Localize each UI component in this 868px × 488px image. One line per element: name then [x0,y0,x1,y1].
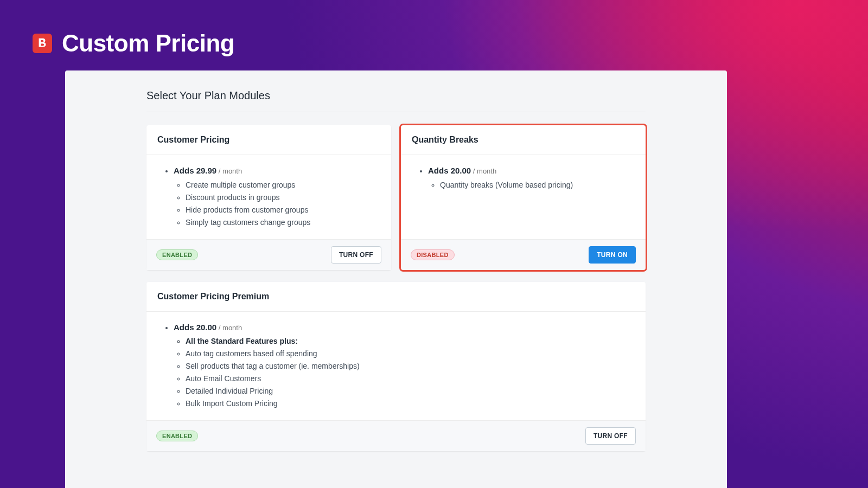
feature-item: Discount products in groups [186,192,379,203]
page-title: Custom Pricing [62,30,234,57]
feature-heading: All the Standard Features plus: [186,336,634,347]
feature-item: Hide products from customer groups [186,204,379,216]
card-title: Customer Pricing [146,125,391,155]
turn-on-button[interactable]: TURN ON [589,246,636,264]
card-title: Customer Pricing Premium [146,282,646,312]
feature-item: Auto tag customers based off spending [186,348,634,359]
turn-off-button[interactable]: TURN OFF [331,246,381,264]
turn-off-button[interactable]: TURN OFF [585,427,636,445]
module-card-customer-pricing: Customer Pricing Adds 29.99 / month Crea… [146,125,391,270]
price-line: Adds 20.00 / month Quantity breaks (Volu… [428,165,634,191]
feature-item: Bulk Import Custom Pricing [186,398,634,409]
module-card-quantity-breaks: Quantity Breaks Adds 20.00 / month Quant… [401,125,646,270]
section-title: Select Your Plan Modules [146,89,646,112]
feature-item: Detailed Individual Pricing [186,386,634,397]
card-title: Quantity Breaks [401,125,646,155]
app-background: Custom Pricing Select Your Plan Modules … [0,0,868,488]
page-header: Custom Pricing [33,30,234,57]
feature-item: Auto Email Customers [186,373,634,384]
status-badge-enabled: ENABLED [156,431,198,441]
brand-logo [33,34,52,53]
status-badge-disabled: DISABLED [411,249,455,260]
price-line: Adds 20.00 / month All the Standard Feat… [174,322,634,410]
feature-item: Create multiple customer groups [186,179,379,191]
feature-item: Quantity breaks (Volume based pricing) [440,179,634,191]
card-body: Adds 29.99 / month Create multiple custo… [146,155,391,239]
brand-logo-icon [37,37,48,49]
feature-item: Simply tag customers change groups [186,217,379,228]
content-panel: Select Your Plan Modules Customer Pricin… [65,70,727,488]
feature-item: Sell products that tag a customer (ie. m… [186,361,634,372]
status-badge-enabled: ENABLED [156,249,198,260]
module-card-customer-pricing-premium: Customer Pricing Premium Adds 20.00 / mo… [146,282,646,452]
card-footer: DISABLED TURN ON [401,239,646,270]
price-line: Adds 29.99 / month Create multiple custo… [174,165,379,228]
card-body: Adds 20.00 / month All the Standard Feat… [146,312,646,421]
card-body: Adds 20.00 / month Quantity breaks (Volu… [401,155,646,239]
card-footer: ENABLED TURN OFF [146,420,646,451]
cards-row-1: Customer Pricing Adds 29.99 / month Crea… [146,125,646,270]
card-footer: ENABLED TURN OFF [146,239,391,270]
